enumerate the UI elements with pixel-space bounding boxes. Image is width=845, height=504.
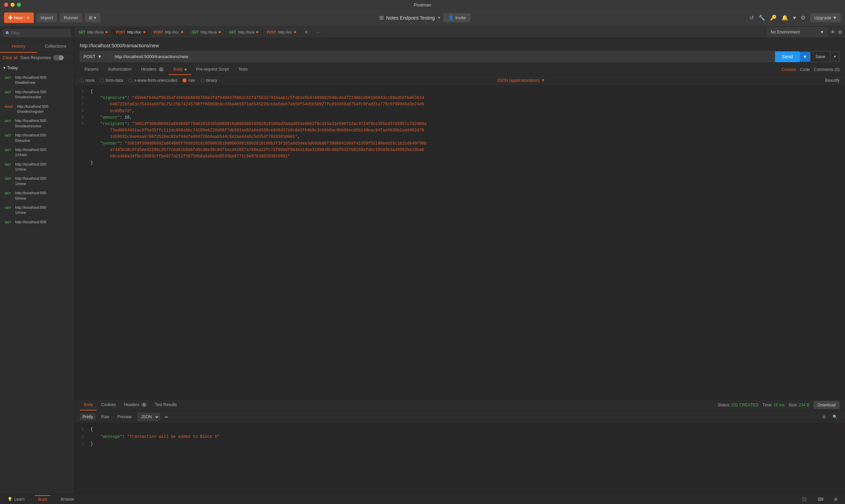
heart-icon[interactable]: ♥ xyxy=(793,15,796,21)
binary-radio[interactable] xyxy=(200,78,205,83)
minimize-button[interactable] xyxy=(11,3,15,7)
code-content[interactable]: { "signature": "499e6f646df0b35af46958b8… xyxy=(87,86,845,399)
beautify-button[interactable]: Beautify xyxy=(825,78,840,83)
wrench-icon[interactable]: 🔧 xyxy=(758,15,765,21)
form-data-radio[interactable] xyxy=(100,78,104,83)
list-item[interactable]: GET http://localhost:8080/wallet/new xyxy=(0,73,74,88)
json-type-selector[interactable]: JSON (application/json) ▼ xyxy=(497,78,545,83)
params-tab[interactable]: Params xyxy=(80,64,103,75)
upgrade-button[interactable]: Upgrade ▼ xyxy=(810,13,841,22)
chevron-right-icon: ▾ xyxy=(3,66,5,70)
titlebar: Postman xyxy=(0,0,845,10)
form-data-option[interactable]: form-data xyxy=(100,78,123,83)
add-tab-button[interactable]: + xyxy=(300,26,312,38)
request-tab-3[interactable]: POST http://loc xyxy=(150,28,188,37)
history-tab[interactable]: History xyxy=(0,40,37,53)
import-button[interactable]: Import xyxy=(36,13,57,22)
headers-tab[interactable]: Headers 1 xyxy=(136,64,168,75)
preview-button[interactable]: Preview xyxy=(115,413,135,420)
list-item[interactable]: GET http://localhost:5000/resolve xyxy=(0,131,74,145)
list-item[interactable]: GET http://localhost:5000/nodes/resolve xyxy=(0,116,74,131)
invite-button[interactable]: 👤 Invite xyxy=(443,13,471,22)
maximize-button[interactable] xyxy=(17,3,21,7)
response-line-numbers: 1 2 3 xyxy=(74,423,87,494)
binary-option[interactable]: binary xyxy=(200,78,217,83)
list-item[interactable]: GET http://localhost:5000/nodes/resolve xyxy=(0,88,74,102)
body-tab[interactable]: Body xyxy=(169,64,192,75)
layout-toggle-button[interactable]: ⊞ xyxy=(831,496,841,503)
authorization-tab[interactable]: Authorization xyxy=(103,64,136,75)
request-tab-6[interactable]: POST http://loc xyxy=(263,28,300,37)
save-dropdown-button[interactable]: ▼ xyxy=(830,52,840,61)
format-selector[interactable]: JSON xyxy=(137,413,160,421)
code-editor[interactable]: 1 2 3 4 5 6 { "signature": "499e6f646df0… xyxy=(74,86,845,399)
method-selector[interactable]: POST ▼ xyxy=(80,51,110,62)
pretty-button[interactable]: Pretty xyxy=(80,413,96,420)
copy-icon[interactable]: ⧉ xyxy=(821,413,828,420)
list-item[interactable]: GET http://localhost:5001/chain xyxy=(0,145,74,160)
response-body-tab[interactable]: Body xyxy=(80,400,97,410)
tests-tab[interactable]: Tests xyxy=(233,64,252,75)
code-line-6: } xyxy=(91,160,841,166)
request-tab-2[interactable]: POST http://loc xyxy=(112,28,150,37)
list-item[interactable]: GET http://localhost:5000/mine xyxy=(0,188,74,203)
raw-button[interactable]: Raw xyxy=(98,413,112,420)
eye-icon[interactable]: 👁 xyxy=(830,30,835,35)
refresh-icon[interactable]: ↺ xyxy=(749,15,754,21)
bell-icon[interactable]: 🔔 xyxy=(781,15,788,21)
comments-link[interactable]: Comments (0) xyxy=(814,67,840,72)
method-badge: GET xyxy=(3,220,13,224)
search-response-icon[interactable]: 🔍 xyxy=(830,413,840,420)
response-cookies-tab[interactable]: Cookies xyxy=(97,400,120,410)
more-tabs-button[interactable]: ··· xyxy=(312,27,324,37)
none-option[interactable]: none xyxy=(80,78,95,83)
send-button[interactable]: Send xyxy=(775,51,800,62)
new-button[interactable]: ✚ New ▼ xyxy=(4,13,34,23)
environment-selector[interactable]: No Environment ▼ xyxy=(767,28,828,37)
filter-input[interactable] xyxy=(3,29,71,37)
urlencoded-option[interactable]: x-www-form-urlencoded xyxy=(128,78,177,83)
wrap-icon[interactable]: ⇌ xyxy=(162,413,170,420)
today-group-header[interactable]: ▾ Today xyxy=(0,63,74,73)
send-dropdown-button[interactable]: ▼ xyxy=(800,52,811,62)
workspace-area: ⊞ Notes Endpoint Testing ▼ 👤 Invite xyxy=(103,13,747,22)
code-link[interactable]: Code xyxy=(800,67,810,72)
raw-radio[interactable] xyxy=(182,78,187,83)
save-responses-switch[interactable] xyxy=(53,55,64,60)
list-item[interactable]: GET http://localhost:5001/mine xyxy=(0,203,74,218)
close-button[interactable] xyxy=(4,3,8,7)
list-item[interactable]: POST http://localhost:5000/nodes/registe… xyxy=(0,102,74,116)
build-button[interactable]: Build xyxy=(35,495,51,503)
runner-button[interactable]: Runner xyxy=(60,13,83,22)
request-tab-1[interactable]: GET http://loca xyxy=(74,28,112,37)
cookies-link[interactable]: Cookies xyxy=(781,67,796,72)
save-responses-toggle: Save Responses xyxy=(20,55,64,60)
gear-icon[interactable]: ⚙ xyxy=(838,30,842,35)
body-active-dot xyxy=(184,69,187,71)
pre-request-tab[interactable]: Pre-request Script xyxy=(191,64,233,75)
list-item[interactable]: GET http://localhost:5001/mine xyxy=(0,160,74,174)
list-item[interactable]: GET http://localhost:808 xyxy=(0,218,74,227)
url-input[interactable] xyxy=(110,51,775,62)
keyboard-button[interactable]: ⌨ xyxy=(814,496,827,503)
clear-all-button[interactable]: Clear all xyxy=(3,55,18,60)
learn-button[interactable]: 💡 Learn xyxy=(4,496,28,503)
download-button[interactable]: Download xyxy=(813,401,840,409)
workspace-name[interactable]: Notes Endpoint Testing xyxy=(386,15,435,21)
layout-button[interactable]: ⊞ ▾ xyxy=(85,13,100,22)
settings-icon[interactable]: ⚙ xyxy=(801,15,806,21)
key-icon[interactable]: 🔑 xyxy=(770,15,777,21)
response-headers-tab[interactable]: Headers 5 xyxy=(120,400,151,410)
browse-button[interactable]: Browse xyxy=(57,496,77,503)
request-tab-5[interactable]: GET http://loca xyxy=(225,28,263,37)
urlencoded-radio[interactable] xyxy=(128,78,133,83)
list-item[interactable]: GET http://localhost:5001/mine xyxy=(0,174,74,188)
raw-option[interactable]: raw xyxy=(182,78,195,83)
console-button[interactable]: ⬛ xyxy=(798,496,810,503)
request-tab-4[interactable]: GET http://loca xyxy=(188,28,225,37)
save-button[interactable]: Save xyxy=(810,51,830,62)
none-radio[interactable] xyxy=(80,78,84,83)
collections-tab[interactable]: Collections xyxy=(37,40,74,53)
test-results-tab[interactable]: Test Results xyxy=(151,400,181,410)
person-icon: 👤 xyxy=(448,15,454,20)
